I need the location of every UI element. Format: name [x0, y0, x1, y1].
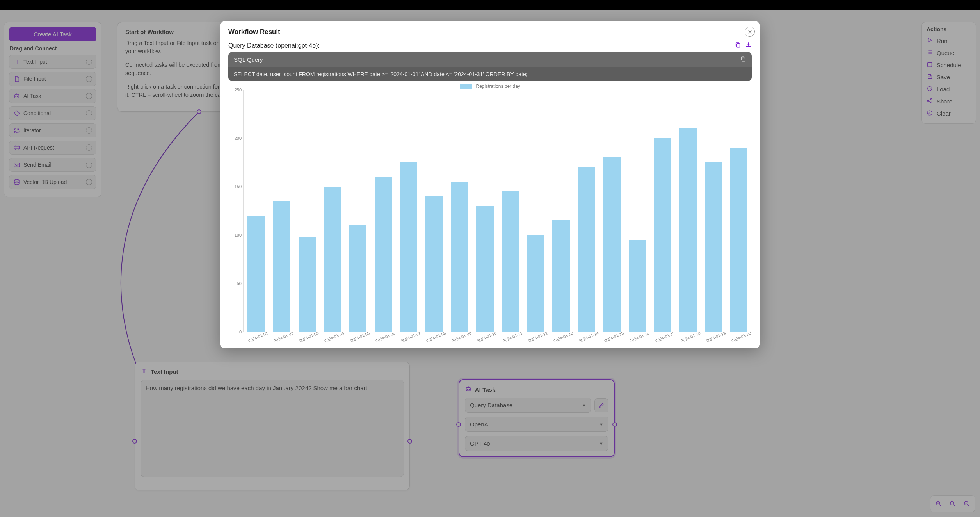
chart-bar[interactable] [552, 220, 570, 332]
y-tick: 100 [235, 233, 242, 237]
chart-bar[interactable] [273, 201, 290, 332]
y-tick: 250 [235, 87, 242, 92]
result-heading: Query Database (openai:gpt-4o): [228, 42, 320, 49]
chart-bar[interactable] [299, 237, 316, 332]
chart-bar[interactable] [247, 216, 265, 332]
chart-bar[interactable] [603, 157, 621, 332]
download-result-button[interactable] [745, 41, 752, 50]
chart-legend: Registrations per day [228, 84, 752, 89]
workflow-result-modal: Workflow Result Query Database (openai:g… [220, 21, 760, 348]
y-tick: 50 [237, 281, 242, 286]
chart-bar[interactable] [527, 235, 544, 332]
app-topbar [0, 0, 980, 10]
chart-bar[interactable] [629, 240, 646, 332]
chart-bar[interactable] [451, 182, 468, 332]
app-main: Start of Workflow Drag a Text Input or F… [0, 10, 980, 517]
chart-bar[interactable] [654, 138, 672, 332]
modal-overlay[interactable]: Workflow Result Query Database (openai:g… [0, 10, 980, 517]
svg-rect-17 [737, 44, 740, 47]
chart-bar[interactable] [679, 128, 697, 332]
chart-y-axis: 050100150200250 [228, 90, 243, 332]
chart-bar[interactable] [425, 196, 443, 332]
close-button[interactable] [745, 27, 755, 37]
chart-bar[interactable] [476, 206, 494, 332]
sql-body[interactable]: SELECT date, user_count FROM registratio… [228, 67, 752, 81]
chart-bar[interactable] [324, 187, 341, 332]
chart-bar[interactable] [578, 167, 595, 332]
y-tick: 200 [235, 136, 242, 141]
result-chart: Registrations per day 050100150200250 20… [228, 84, 752, 340]
chart-bar[interactable] [705, 162, 722, 332]
chart-bar[interactable] [349, 225, 367, 332]
chart-plot-area [243, 90, 752, 332]
chart-bar[interactable] [730, 148, 748, 332]
sql-query-block: SQL Query SELECT date, user_count FROM r… [228, 52, 752, 81]
chart-x-axis: 2024-01-012024-01-022024-01-032024-01-04… [228, 332, 752, 340]
sql-heading: SQL Query [234, 56, 263, 63]
legend-swatch [460, 84, 472, 89]
y-tick: 150 [235, 184, 242, 189]
modal-title: Workflow Result [228, 28, 752, 36]
legend-label: Registrations per day [476, 84, 520, 89]
copy-result-button[interactable] [735, 41, 741, 50]
chart-bar[interactable] [375, 177, 392, 332]
chart-bar[interactable] [502, 191, 519, 332]
svg-rect-18 [742, 58, 745, 61]
chart-bar[interactable] [400, 162, 418, 332]
copy-sql-button[interactable] [740, 56, 746, 63]
y-tick: 0 [239, 330, 242, 334]
